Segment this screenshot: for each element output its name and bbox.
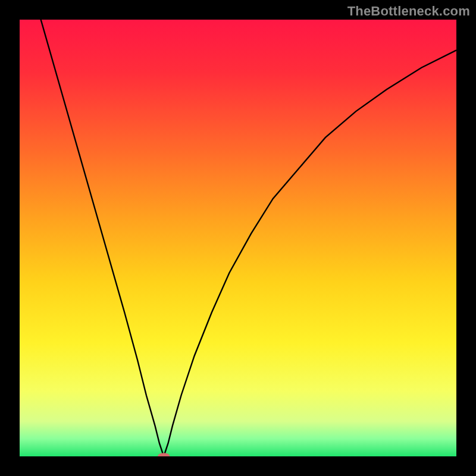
watermark-text: TheBottleneck.com [347,4,470,19]
chart-canvas [20,20,456,456]
gradient-background [20,20,456,456]
plot-area [20,20,456,456]
outer-frame: TheBottleneck.com [0,0,476,476]
